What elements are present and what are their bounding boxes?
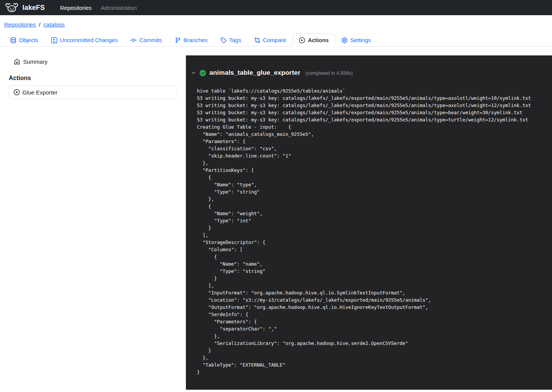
sidebar-item-summary[interactable]: Summary <box>9 58 178 65</box>
gear-icon <box>341 37 348 43</box>
tab-tags[interactable]: Tags <box>214 33 248 47</box>
tab-label: Objects <box>19 37 38 43</box>
tab-label: Branches <box>184 37 208 43</box>
tab-label: Uncommitted Changes <box>60 37 118 43</box>
summary-label: Summary <box>23 58 47 65</box>
lakefs-brand[interactable]: lakeFS <box>5 2 45 13</box>
breadcrumb-repositories-link[interactable]: Repositories <box>4 21 36 28</box>
breadcrumb: Repositories / catalogs <box>4 21 552 28</box>
tab-actions[interactable]: Actions <box>293 33 335 47</box>
tab-label: Tags <box>229 37 241 43</box>
run-hook-name: animals_table_glue_exporter <box>209 69 300 77</box>
git-compare-icon <box>254 37 260 43</box>
tab-label: Commits <box>139 37 162 43</box>
tab-branches[interactable]: Branches <box>168 33 214 47</box>
git-branch-icon <box>175 37 181 43</box>
nav-item-repositories[interactable]: Repositories <box>56 5 95 11</box>
nav-item-administration[interactable]: Administration <box>97 5 141 11</box>
home-icon <box>14 59 20 65</box>
check-circle-icon <box>200 70 206 76</box>
sidebar-item-glue-exporter[interactable]: Glue Exporter <box>9 85 178 99</box>
database-icon <box>10 37 16 43</box>
sidebar-section-title: Actions <box>9 75 178 82</box>
actions-sidebar: Summary Actions Glue Exporter <box>0 55 178 390</box>
action-run-panel: animals_table_glue_exporter (completed i… <box>186 55 552 390</box>
action-log-output: hive table `lakefs://catalogs/9255e5/tab… <box>186 87 552 383</box>
tab-objects[interactable]: Objects <box>4 33 45 47</box>
action-hook-label: Glue Exporter <box>22 89 58 96</box>
axolotl-logo-icon <box>5 2 19 13</box>
git-commit-icon <box>131 37 137 43</box>
file-diff-icon <box>51 37 57 43</box>
tab-compare[interactable]: Compare <box>248 33 293 47</box>
tab-settings[interactable]: Settings <box>335 33 377 47</box>
repo-tab-bar: Objects Uncommitted Changes Commits Bran… <box>0 33 552 47</box>
brand-name: lakeFS <box>22 4 45 12</box>
tab-commits[interactable]: Commits <box>124 33 168 47</box>
tab-label: Compare <box>263 37 286 43</box>
play-circle-icon <box>299 37 305 43</box>
tab-label: Settings <box>350 37 371 43</box>
chevron-down-icon[interactable] <box>191 70 196 76</box>
actions-page-content: Summary Actions Glue Exporter animals_ta… <box>0 55 552 390</box>
top-navbar: lakeFS Repositories Administration <box>0 0 552 15</box>
tab-label: Actions <box>308 37 329 43</box>
tag-icon <box>220 37 226 43</box>
run-header: animals_table_glue_exporter (completed i… <box>186 55 552 77</box>
breadcrumb-repo-link[interactable]: catalogs <box>44 21 65 28</box>
navbar-menu: Repositories Administration <box>56 5 140 11</box>
breadcrumb-separator: / <box>39 21 40 28</box>
tab-uncommitted-changes[interactable]: Uncommitted Changes <box>45 33 124 47</box>
run-duration-note: (completed in 4.556s) <box>305 70 353 76</box>
play-circle-icon <box>14 89 20 95</box>
